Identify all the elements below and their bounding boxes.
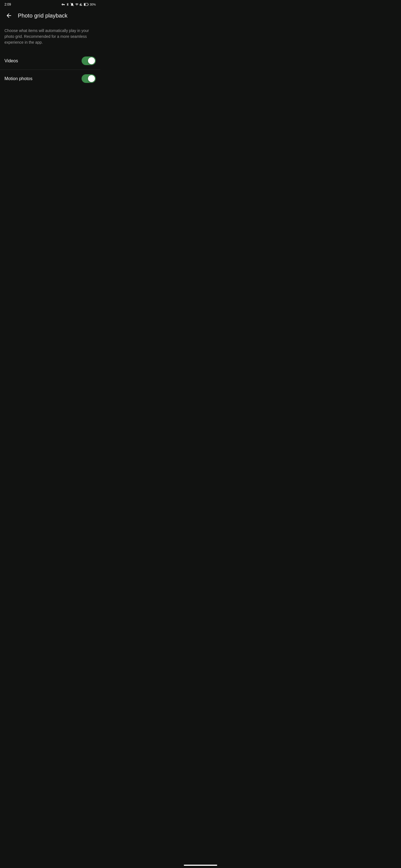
videos-toggle-track (82, 57, 96, 65)
videos-label: Videos (4, 58, 18, 63)
bell-mute-icon (70, 2, 74, 6)
page-title: Photo grid playback (18, 12, 68, 19)
motion-photos-label: Motion photos (4, 76, 33, 81)
motion-photos-toggle-thumb (88, 75, 95, 82)
status-time: 2:09 (4, 2, 11, 6)
wifi-icon (75, 3, 79, 6)
bluetooth-icon (66, 2, 69, 6)
status-icons: 30% (61, 2, 96, 6)
signal-icon (80, 3, 83, 6)
svg-rect-2 (88, 4, 89, 5)
videos-toggle-thumb (88, 57, 95, 64)
header: Photo grid playback (0, 8, 100, 23)
back-arrow-icon (6, 12, 12, 19)
settings-list: Videos Motion photos (0, 52, 100, 87)
motion-photos-toggle[interactable] (82, 74, 96, 83)
back-button[interactable] (4, 11, 13, 20)
videos-toggle[interactable] (82, 57, 96, 65)
page-description: Choose what items will automatically pla… (0, 23, 100, 52)
battery-percent: 30% (90, 3, 96, 6)
videos-setting-item: Videos (0, 52, 100, 69)
battery-icon (84, 3, 89, 6)
key-icon (61, 3, 65, 6)
motion-photos-toggle-track (82, 74, 96, 83)
motion-photos-setting-item: Motion photos (0, 70, 100, 87)
status-bar: 2:09 30% (0, 0, 100, 8)
svg-rect-3 (84, 4, 85, 6)
